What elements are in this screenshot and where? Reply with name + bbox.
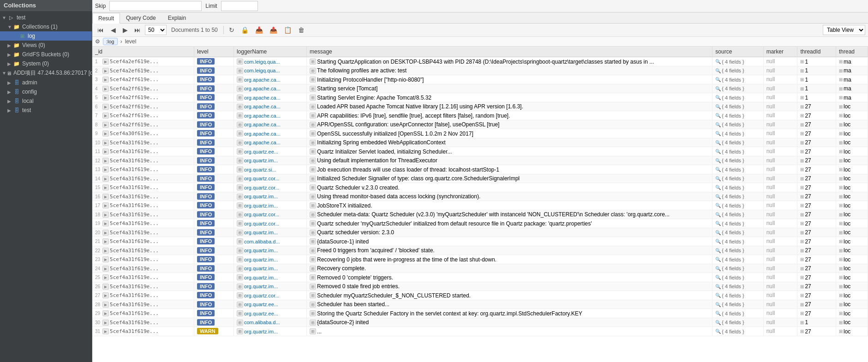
sidebar-item-admin[interactable]: ▶🗄admin xyxy=(0,78,92,87)
source-fields[interactable]: { 4 fields } xyxy=(722,59,744,65)
msg-expand[interactable]: ⊞ xyxy=(310,59,316,65)
expand-btn[interactable]: ▶ xyxy=(102,256,109,262)
msg-expand[interactable]: ⊞ xyxy=(310,148,316,154)
nav-next-button[interactable]: ▶ xyxy=(120,25,130,35)
expand-btn[interactable]: ▶ xyxy=(102,310,109,316)
col-header-threadId[interactable]: threadId xyxy=(797,47,836,57)
msg-expand[interactable]: ⊞ xyxy=(310,302,316,308)
msg-expand[interactable]: ⊞ xyxy=(310,256,316,262)
logger-expand[interactable]: ⊞ xyxy=(237,104,243,110)
msg-expand[interactable]: ⊞ xyxy=(310,166,316,172)
logger-expand[interactable]: ⊞ xyxy=(237,310,243,316)
expand-btn[interactable]: ▶ xyxy=(102,86,109,92)
expand-btn[interactable]: ▶ xyxy=(102,230,109,236)
msg-expand[interactable]: ⊞ xyxy=(310,274,316,280)
table-row[interactable]: 30▶ 5cef4a31f619e...INFO⊞ com.alibaba.d.… xyxy=(92,318,868,327)
page-size-select[interactable]: 102550100250 xyxy=(145,25,167,35)
source-fields[interactable]: { 4 fields } xyxy=(722,104,744,109)
table-row[interactable]: 1▶ 5cef4a2ef619e...INFO⊞ com.leigq.qua..… xyxy=(92,57,868,66)
add-document-button[interactable]: 🔒 xyxy=(239,25,251,35)
msg-expand[interactable]: ⊞ xyxy=(310,194,316,200)
expand-btn[interactable]: ▶ xyxy=(102,148,109,154)
logger-expand[interactable]: ⊞ xyxy=(237,77,243,83)
msg-expand[interactable]: ⊞ xyxy=(310,95,316,101)
table-row[interactable]: 4▶ 5cef4a2ff619e...INFO⊞ org.apache.ca..… xyxy=(92,84,868,93)
msg-expand[interactable]: ⊞ xyxy=(310,248,316,254)
refresh-button[interactable]: ↻ xyxy=(227,25,237,35)
nav-last-button[interactable]: ⏭ xyxy=(132,25,143,35)
msg-expand[interactable]: ⊞ xyxy=(310,77,316,83)
logger-expand[interactable]: ⊞ xyxy=(237,140,243,146)
logger-expand[interactable]: ⊞ xyxy=(237,266,243,272)
table-row[interactable]: 25▶ 5cef4a31f619e...INFO⊞ org.quartz.im.… xyxy=(92,273,868,282)
source-fields[interactable]: { 4 fields } xyxy=(722,140,744,145)
msg-expand[interactable]: ⊞ xyxy=(310,220,316,226)
source-fields[interactable]: { 4 fields } xyxy=(722,221,744,226)
import-button[interactable]: 📥 xyxy=(253,25,265,35)
nav-prev-button[interactable]: ◀ xyxy=(108,25,118,35)
col-header-source[interactable]: source xyxy=(712,47,763,57)
expand-btn[interactable]: ▶ xyxy=(102,176,109,182)
msg-expand[interactable]: ⊞ xyxy=(310,320,316,326)
sidebar-item-collections[interactable]: ▼📁Collections (1) xyxy=(0,22,92,31)
table-row[interactable]: 6▶ 5cef4a2ff619e...INFO⊞ org.apache.ca..… xyxy=(92,102,868,111)
msg-expand[interactable]: ⊞ xyxy=(310,212,316,218)
expand-btn[interactable]: ▶ xyxy=(102,302,109,308)
logger-expand[interactable]: ⊞ xyxy=(237,166,243,172)
col-header-_id[interactable]: _id xyxy=(92,47,194,57)
expand-btn[interactable]: ▶ xyxy=(102,166,109,172)
table-row[interactable]: 18▶ 5cef4a31f619e...INFO⊞ org.quartz.cor… xyxy=(92,210,868,219)
logger-expand[interactable]: ⊞ xyxy=(237,274,243,280)
logger-expand[interactable]: ⊞ xyxy=(237,230,243,236)
msg-expand[interactable]: ⊞ xyxy=(310,230,316,236)
expand-btn[interactable]: ▶ xyxy=(102,238,109,244)
results-table-container[interactable]: _idlevelloggerNamemessagesourcemarkerthr… xyxy=(92,47,868,362)
expand-btn[interactable]: ▶ xyxy=(102,212,109,218)
expand-btn[interactable]: ▶ xyxy=(102,68,109,74)
source-fields[interactable]: { 4 fields } xyxy=(722,293,744,298)
source-fields[interactable]: { 4 fields } xyxy=(722,257,744,262)
msg-expand[interactable]: ⊞ xyxy=(310,158,316,164)
logger-expand[interactable]: ⊞ xyxy=(237,148,243,154)
expand-btn[interactable]: ▶ xyxy=(102,320,109,326)
source-fields[interactable]: { 4 fields } xyxy=(722,212,744,217)
msg-expand[interactable]: ⊞ xyxy=(310,292,316,298)
source-fields[interactable]: { 4 fields } xyxy=(722,230,744,235)
logger-expand[interactable]: ⊞ xyxy=(237,184,243,190)
msg-expand[interactable]: ⊞ xyxy=(310,122,316,128)
expand-btn[interactable]: ▶ xyxy=(102,95,109,101)
tab-result[interactable]: Result xyxy=(92,13,120,24)
source-fields[interactable]: { 4 fields } xyxy=(722,275,744,280)
col-header-level[interactable]: level xyxy=(194,47,234,57)
source-fields[interactable]: { 4 fields } xyxy=(722,149,744,154)
tab-query-code[interactable]: Query Code xyxy=(120,12,162,23)
logger-expand[interactable]: ⊞ xyxy=(237,220,243,226)
expand-btn[interactable]: ▶ xyxy=(102,194,109,200)
col-header-loggerName[interactable]: loggerName xyxy=(233,47,306,57)
table-row[interactable]: 8▶ 5cef4a2ff619e...INFO⊞ org.apache.ca..… xyxy=(92,120,868,129)
source-fields[interactable]: { 4 fields } xyxy=(722,131,744,136)
msg-expand[interactable]: ⊞ xyxy=(310,202,316,208)
logger-expand[interactable]: ⊞ xyxy=(237,194,243,200)
logger-expand[interactable]: ⊞ xyxy=(237,256,243,262)
source-fields[interactable]: { 4 fields } xyxy=(722,266,744,271)
nav-first-button[interactable]: ⏮ xyxy=(95,25,106,35)
msg-expand[interactable]: ⊞ xyxy=(310,176,316,182)
msg-expand[interactable]: ⊞ xyxy=(310,238,316,244)
source-fields[interactable]: { 4 fields } xyxy=(722,239,744,244)
delete-button[interactable]: 🗑 xyxy=(296,25,307,35)
logger-expand[interactable]: ⊞ xyxy=(237,292,243,298)
logger-expand[interactable]: ⊞ xyxy=(237,202,243,208)
expand-btn[interactable]: ▶ xyxy=(102,266,109,272)
sidebar-item-system[interactable]: ▶📁System (0) xyxy=(0,59,92,68)
expand-btn[interactable]: ▶ xyxy=(102,328,109,334)
logger-expand[interactable]: ⊞ xyxy=(237,122,243,128)
sidebar-item-test2[interactable]: ▶🗄test xyxy=(0,106,92,115)
skip-input[interactable] xyxy=(109,1,202,11)
logger-expand[interactable]: ⊞ xyxy=(237,248,243,254)
msg-expand[interactable]: ⊞ xyxy=(310,113,316,119)
logger-expand[interactable]: ⊞ xyxy=(237,302,243,308)
col-header-message[interactable]: message xyxy=(307,47,712,57)
expand-btn[interactable]: ▶ xyxy=(102,77,109,83)
source-fields[interactable]: { 4 fields } xyxy=(722,86,744,91)
